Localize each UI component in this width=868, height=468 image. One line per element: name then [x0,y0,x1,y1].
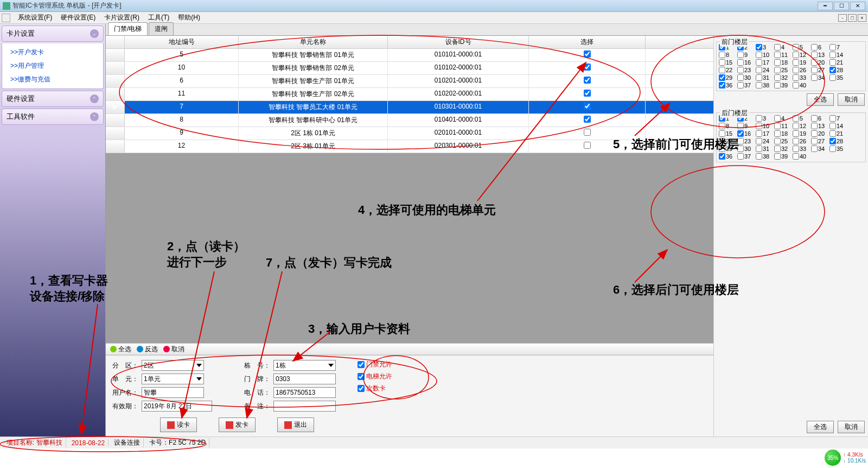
floor-checkbox-3[interactable]: 3 [756,115,774,122]
row-checkbox[interactable] [584,116,591,123]
zone-select[interactable]: 2区 [142,360,204,371]
floor-checkbox-15[interactable]: 15 [719,130,737,137]
floor-checkbox-14[interactable]: 14 [829,52,848,58]
floor-checkbox-15[interactable]: 15 [719,59,737,66]
maximize-button[interactable]: ☐ [834,2,849,10]
floor-checkbox-20[interactable]: 20 [811,59,829,66]
table-row[interactable]: 9 2区 1栋 01单元 020101-0000:01 [106,127,713,140]
read-card-button[interactable]: 读卡 [160,418,197,432]
table-row[interactable]: ▶ 7 智攀科技 智攀员工大楼 01单元 010301-0000:01 [106,101,713,114]
row-checkbox[interactable] [584,77,591,84]
row-checkbox[interactable] [584,129,591,136]
floor-checkbox-25[interactable]: 25 [774,138,793,144]
floor-checkbox-12[interactable]: 12 [793,123,811,129]
floor-checkbox-40[interactable]: 40 [793,153,811,160]
floor-checkbox-31[interactable]: 31 [756,146,774,152]
row-checkbox[interactable] [584,142,591,149]
table-row[interactable]: 6 智攀科技 智攀生产部 01单元 010201-0000:01 [106,75,713,88]
exit-button[interactable]: 退出 [277,418,314,432]
floor-checkbox-21[interactable]: 21 [829,130,848,137]
menu-tool[interactable]: 工具(T) [144,12,174,23]
floor-checkbox-6[interactable]: 6 [811,115,829,122]
perm-count[interactable]: 次数卡 [358,384,392,393]
floor-checkbox-32[interactable]: 32 [774,146,793,152]
select-all-btn[interactable]: 全选 [110,345,131,354]
perm-door-checkbox[interactable] [358,361,365,368]
floor-checkbox-23[interactable]: 23 [737,67,756,73]
mdi-restore[interactable]: □ [848,14,857,22]
sidebar-hardware-header[interactable]: 硬件设置 ⌃ [2,91,104,107]
floor-checkbox-11[interactable]: 11 [774,123,793,129]
expire-input[interactable] [142,401,212,412]
building-select[interactable]: 1栋 [273,360,336,371]
menu-hardware[interactable]: 硬件设置(E) [56,12,100,23]
menu-help[interactable]: 帮助(H) [174,12,205,23]
row-checkbox[interactable] [584,50,591,58]
sidebar-link-user-manage[interactable]: >>用户管理 [2,59,103,73]
floor-checkbox-36[interactable]: 36 [719,153,737,160]
floor-checkbox-34[interactable]: 34 [811,74,829,81]
floor-checkbox-20[interactable]: 20 [811,130,829,137]
floor-checkbox-26[interactable]: 26 [793,67,811,73]
floor-checkbox-17[interactable]: 17 [756,130,774,137]
front-select-all[interactable]: 全选 [807,93,834,106]
table-row[interactable]: 5 智攀科技 智攀销售部 01单元 010101-0000:01 [106,49,713,62]
mdi-minimize[interactable]: - [838,14,847,22]
tab-elevator[interactable]: 门禁/电梯 [108,22,148,35]
floor-checkbox-38[interactable]: 38 [756,82,774,88]
table-row[interactable]: 10 智攀科技 智攀销售部 02单元 010102-0000:01 [106,62,713,75]
floor-checkbox-5[interactable]: 5 [793,115,811,122]
floor-checkbox-13[interactable]: 13 [811,123,829,129]
floor-checkbox-9[interactable]: 9 [737,123,756,129]
write-card-button[interactable]: 发卡 [219,418,256,432]
user-input[interactable] [142,387,204,398]
floor-checkbox-16[interactable]: 16 [737,130,756,137]
menu-system[interactable]: 系统设置(F) [14,12,56,23]
minimize-button[interactable]: ━ [818,2,833,10]
floor-checkbox-24[interactable]: 24 [756,138,774,144]
floor-checkbox-25[interactable]: 25 [774,67,793,73]
table-row[interactable]: 8 智攀科技 智攀科研中心 01单元 010401-0000:01 [106,114,713,127]
floor-checkbox-39[interactable]: 39 [774,82,793,88]
invert-btn[interactable]: 反选 [137,345,158,354]
floor-checkbox-30[interactable]: 30 [737,146,756,152]
unit-select[interactable]: 1单元 [142,374,204,384]
table-row[interactable]: 12 2区 3栋 01单元 020301-0000:01 [106,140,713,153]
perm-count-checkbox[interactable] [358,385,365,392]
row-checkbox[interactable] [584,64,591,71]
floor-checkbox-29[interactable]: 29 [719,146,737,152]
floor-checkbox-17[interactable]: 17 [756,59,774,66]
back-cancel[interactable]: 取消 [838,421,865,433]
floor-checkbox-22[interactable]: 22 [719,138,737,144]
floor-checkbox-21[interactable]: 21 [829,59,848,66]
floor-checkbox-4[interactable]: 4 [774,44,793,50]
floor-checkbox-38[interactable]: 38 [756,153,774,160]
floor-checkbox-27[interactable]: 27 [811,138,829,144]
floor-checkbox-14[interactable]: 14 [829,123,848,129]
floor-checkbox-37[interactable]: 37 [737,82,756,88]
floor-checkbox-8[interactable]: 8 [719,52,737,58]
floor-checkbox-27[interactable]: 27 [811,67,829,73]
floor-checkbox-19[interactable]: 19 [793,130,811,137]
floor-checkbox-13[interactable]: 13 [811,52,829,58]
floor-checkbox-18[interactable]: 18 [774,130,793,137]
floor-checkbox-32[interactable]: 32 [774,74,793,81]
cancel-btn[interactable]: 取消 [163,345,184,354]
close-button[interactable]: ✕ [850,2,865,10]
tab-gate[interactable]: 道闸 [149,22,174,35]
row-checkbox[interactable] [584,103,591,110]
floor-checkbox-8[interactable]: 8 [719,123,737,129]
floor-checkbox-33[interactable]: 33 [793,74,811,81]
floor-checkbox-6[interactable]: 6 [811,44,829,50]
floor-checkbox-7[interactable]: 7 [829,115,848,122]
floor-checkbox-37[interactable]: 37 [737,153,756,160]
floor-checkbox-18[interactable]: 18 [774,59,793,66]
row-checkbox[interactable] [584,90,591,97]
floor-checkbox-12[interactable]: 12 [793,52,811,58]
floor-checkbox-31[interactable]: 31 [756,74,774,81]
back-select-all[interactable]: 全选 [807,421,834,433]
floor-checkbox-4[interactable]: 4 [774,115,793,122]
door-input[interactable] [273,374,336,384]
floor-checkbox-11[interactable]: 11 [774,52,793,58]
floor-checkbox-9[interactable]: 9 [737,52,756,58]
